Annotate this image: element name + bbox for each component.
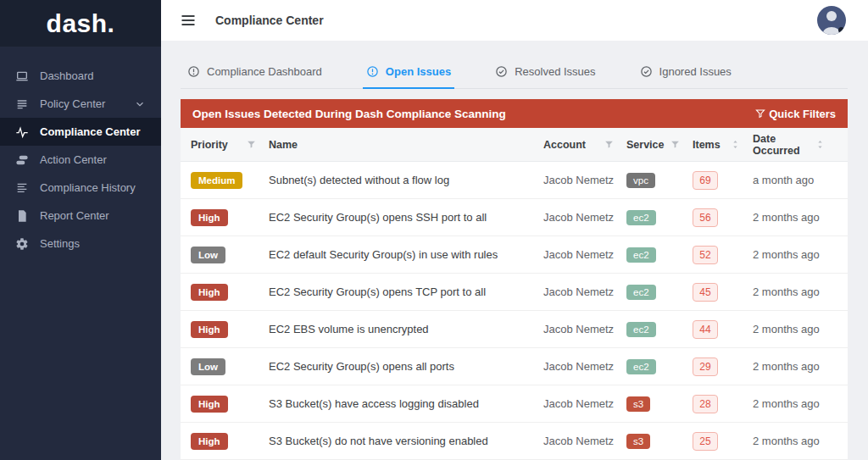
table-row[interactable]: High EC2 Security Group(s) opens SSH por… <box>181 199 848 236</box>
tab-label: Open Issues <box>386 65 451 78</box>
sort-icon[interactable] <box>815 139 826 150</box>
sidebar-item-dashboard[interactable]: Dashboard <box>0 62 161 90</box>
date-occurred: 2 months ago <box>753 397 837 410</box>
sidebar-item-compliance-history[interactable]: Compliance History <box>0 174 161 202</box>
service-tag: ec2 <box>626 322 656 337</box>
issue-name: S3 Bucket(s) have access logging disable… <box>269 397 543 410</box>
tab-bar: Compliance Dashboard Open Issues Resolve… <box>181 58 848 89</box>
issue-name: EC2 default Security Group(s) in use wit… <box>269 248 543 261</box>
issue-name: Subnet(s) detected without a flow log <box>269 174 543 186</box>
column-header-account: Account <box>543 139 626 151</box>
check-circle-icon <box>640 65 653 78</box>
table-row[interactable]: High EC2 EBS volume is unencrypted Jacob… <box>181 311 848 348</box>
priority-badge: Medium <box>191 172 242 189</box>
service-tag: ec2 <box>626 285 656 300</box>
items-count-badge: 52 <box>693 246 718 264</box>
policy-icon <box>15 97 29 111</box>
filter-funnel-icon[interactable] <box>670 139 681 150</box>
account-name: Jacob Nemetz <box>543 323 626 335</box>
page-title: Compliance Center <box>215 14 324 27</box>
service-tag: vpc <box>626 173 655 188</box>
tab-label: Compliance Dashboard <box>207 65 322 78</box>
table-row[interactable]: Low EC2 default Security Group(s) in use… <box>181 236 848 274</box>
items-count-badge: 25 <box>693 432 718 451</box>
column-label: Priority <box>191 139 228 151</box>
service-tag: s3 <box>626 396 650 412</box>
service-tag: ec2 <box>626 210 656 225</box>
items-count-badge: 44 <box>693 320 718 339</box>
date-occurred: 2 months ago <box>753 248 837 261</box>
table-row[interactable]: Medium Subnet(s) detected without a flow… <box>181 162 848 199</box>
tab-open-issues[interactable]: Open Issues <box>363 58 454 89</box>
column-header-name: Name <box>269 139 543 151</box>
filter-funnel-icon[interactable] <box>604 139 615 150</box>
app-window: dash. Dashboard Policy Center Compliance… <box>0 0 868 460</box>
content-area: Compliance Dashboard Open Issues Resolve… <box>161 41 868 460</box>
tab-compliance-dashboard[interactable]: Compliance Dashboard <box>184 58 326 89</box>
priority-badge: Low <box>191 358 225 375</box>
priority-badge: High <box>191 321 228 338</box>
table-row[interactable]: High S3 Bucket(s) have access logging di… <box>181 385 848 423</box>
avatar-status-dot <box>838 27 844 33</box>
funnel-icon <box>754 108 766 119</box>
issue-name: EC2 Security Group(s) opens SSH port to … <box>269 211 543 224</box>
sidebar-item-label: Settings <box>40 237 146 250</box>
date-occurred: 2 months ago <box>753 211 837 224</box>
filter-funnel-icon[interactable] <box>246 139 257 150</box>
items-count-badge: 56 <box>693 208 718 227</box>
sidebar-item-report-center[interactable]: Report Center <box>0 202 161 230</box>
tab-ignored-issues[interactable]: Ignored Issues <box>637 58 735 89</box>
sidebar-item-label: Compliance Center <box>40 125 146 138</box>
quick-filters-button[interactable]: Quick Filters <box>754 108 836 120</box>
items-count-badge: 28 <box>693 395 718 413</box>
chevron-down-icon <box>134 98 146 110</box>
items-count-badge: 29 <box>693 357 718 376</box>
table-row[interactable]: High EC2 Security Group(s) opens TCP por… <box>181 274 848 311</box>
sidebar: dash. Dashboard Policy Center Compliance… <box>0 0 161 460</box>
sidebar-item-label: Report Center <box>40 209 146 222</box>
pulse-icon <box>15 125 29 139</box>
priority-badge: Low <box>191 247 225 263</box>
date-occurred: 2 months ago <box>753 435 837 447</box>
sidebar-item-label: Action Center <box>40 153 146 166</box>
info-circle-icon <box>187 65 200 78</box>
user-avatar[interactable] <box>817 6 846 35</box>
priority-badge: High <box>191 209 228 226</box>
table-row[interactable]: Low EC2 Security Group(s) opens all port… <box>181 348 848 385</box>
account-name: Jacob Nemetz <box>543 360 626 373</box>
info-circle-icon <box>366 65 379 78</box>
sort-icon[interactable] <box>730 139 741 150</box>
account-name: Jacob Nemetz <box>543 211 626 224</box>
sidebar-item-label: Policy Center <box>40 97 134 110</box>
main-area: Compliance Center Compliance Dashboard O… <box>161 0 868 460</box>
date-occurred: 2 months ago <box>753 285 837 298</box>
sidebar-nav: Dashboard Policy Center Compliance Cente… <box>0 47 161 258</box>
history-icon <box>15 181 29 195</box>
account-name: Jacob Nemetz <box>543 435 626 447</box>
account-name: Jacob Nemetz <box>543 174 626 186</box>
sidebar-item-action-center[interactable]: Action Center <box>0 146 161 174</box>
column-label: Items <box>693 139 721 151</box>
avatar-body <box>823 27 840 35</box>
priority-badge: High <box>191 433 228 450</box>
hamburger-menu-icon[interactable] <box>180 12 197 29</box>
table-body: Medium Subnet(s) detected without a flow… <box>181 162 848 460</box>
items-count-badge: 69 <box>693 171 718 190</box>
issue-name: EC2 Security Group(s) opens all ports <box>269 360 543 373</box>
priority-badge: High <box>191 396 228 413</box>
sidebar-item-compliance-center[interactable]: Compliance Center <box>0 118 161 146</box>
table-row[interactable]: High S3 Bucket(s) do not have versioning… <box>181 423 848 460</box>
issue-name: EC2 Security Group(s) opens TCP port to … <box>269 285 543 298</box>
issue-name: EC2 EBS volume is unencrypted <box>269 323 543 335</box>
dashboard-icon <box>15 69 29 83</box>
account-name: Jacob Nemetz <box>543 397 626 410</box>
date-occurred: 2 months ago <box>753 360 837 373</box>
sidebar-item-policy-center[interactable]: Policy Center <box>0 90 161 118</box>
tab-resolved-issues[interactable]: Resolved Issues <box>492 58 598 89</box>
sidebar-item-settings[interactable]: Settings <box>0 230 161 258</box>
column-label: Name <box>269 139 298 151</box>
account-name: Jacob Nemetz <box>543 248 626 261</box>
issue-name: S3 Bucket(s) do not have versioning enab… <box>269 435 543 447</box>
open-issues-banner: Open Issues Detected During Dash Complia… <box>181 99 848 128</box>
check-circle-icon <box>495 65 508 78</box>
